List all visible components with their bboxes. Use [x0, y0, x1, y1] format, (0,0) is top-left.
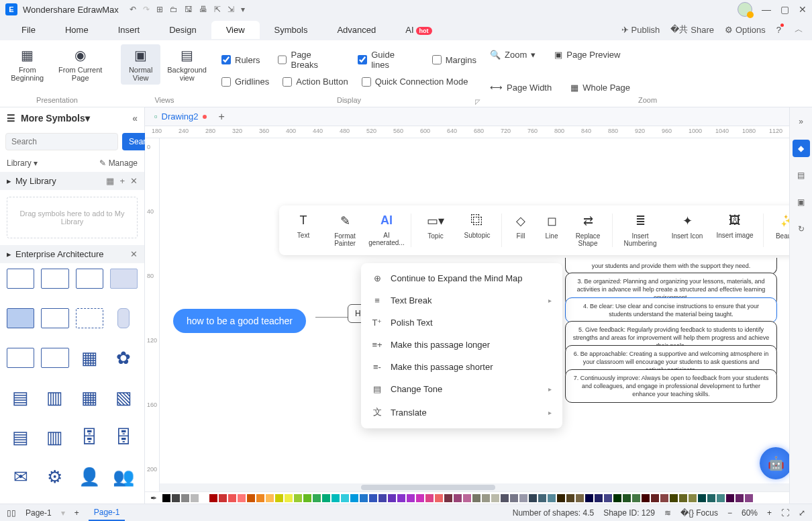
fit-icon[interactable]: ⛶ [781, 508, 789, 518]
shape-item[interactable]: ▤ [7, 427, 34, 447]
color-swatch[interactable] [529, 494, 537, 502]
mylib-close-icon[interactable]: ✕ [130, 176, 138, 186]
ctx-longer[interactable]: ≡+Make this passage longer [361, 334, 562, 356]
shape-item[interactable]: ✿ [110, 348, 138, 368]
color-swatch[interactable] [548, 494, 556, 502]
shape-item[interactable] [110, 269, 138, 289]
menu-file[interactable]: File [7, 21, 50, 39]
shape-item[interactable] [41, 308, 68, 328]
color-swatch[interactable] [181, 494, 189, 502]
color-swatch[interactable] [454, 494, 462, 502]
ft-topic[interactable]: ▭▾Topic [415, 211, 456, 242]
guidelines-check[interactable]: Guide lines [358, 50, 414, 70]
shape-item[interactable] [76, 308, 103, 328]
color-swatch[interactable] [623, 494, 631, 502]
color-swatch[interactable] [332, 494, 340, 502]
ft-beautify[interactable]: ✨Beautify [768, 211, 789, 242]
menu-home[interactable]: Home [50, 21, 103, 39]
display-popout-icon[interactable]: ◸ [475, 98, 480, 105]
color-swatch[interactable] [294, 494, 302, 502]
color-swatch[interactable] [275, 494, 283, 502]
shape-item[interactable]: ▥ [41, 427, 68, 447]
ctx-translate[interactable]: 文Translate▸ [361, 400, 562, 424]
help-icon[interactable]: ? [776, 25, 781, 35]
color-swatch[interactable] [660, 494, 668, 502]
color-swatch[interactable] [435, 494, 443, 502]
color-swatch[interactable] [397, 494, 405, 502]
shape-item[interactable]: 👤 [76, 467, 103, 487]
color-swatch[interactable] [745, 494, 753, 502]
zoom-in-icon[interactable]: + [767, 508, 772, 518]
ea-close-icon[interactable]: ✕ [130, 249, 138, 259]
ctx-text-break[interactable]: ≡Text Break▸ [361, 289, 562, 312]
color-swatch[interactable] [416, 494, 424, 502]
color-swatch[interactable] [613, 494, 621, 502]
ft-text[interactable]: TText [283, 211, 323, 242]
rail-page-icon[interactable]: ▤ [793, 167, 810, 184]
ft-ai[interactable]: AIAI generated... [366, 211, 407, 249]
from-beginning-button[interactable]: ▦From Beginning [7, 44, 48, 85]
color-swatch[interactable] [670, 494, 678, 502]
shape-item[interactable] [117, 308, 130, 328]
hamburger-icon[interactable]: ☰ [7, 113, 15, 124]
color-swatch[interactable] [651, 494, 659, 502]
ea-accordion[interactable]: ▸ Enterprise Architecture✕ [0, 245, 144, 263]
color-swatch[interactable] [491, 494, 499, 502]
shape-item[interactable]: 🗄 [110, 427, 138, 447]
mindmap-branch[interactable]: 7. Continuously improve: Always be open … [565, 369, 777, 403]
rail-history-icon[interactable]: ↻ [793, 220, 810, 238]
color-swatch[interactable] [538, 494, 546, 502]
color-swatch[interactable] [219, 494, 227, 502]
share-button[interactable]: �共 Share [670, 23, 714, 36]
color-swatch[interactable] [482, 494, 490, 502]
menu-view[interactable]: View [211, 21, 260, 39]
color-swatch[interactable] [228, 494, 236, 502]
rail-style-icon[interactable]: ◆ [793, 140, 810, 157]
color-swatch[interactable] [519, 494, 527, 502]
shape-item[interactable]: ▤ [7, 387, 34, 408]
user-avatar[interactable] [738, 2, 752, 17]
color-swatch[interactable] [247, 494, 255, 502]
color-swatch[interactable] [238, 494, 246, 502]
redo-icon[interactable]: ↷ [143, 5, 150, 14]
ft-line[interactable]: ◻Line [537, 211, 566, 242]
color-swatch[interactable] [632, 494, 640, 502]
color-swatch[interactable] [576, 494, 584, 502]
minimize-icon[interactable]: — [762, 4, 771, 15]
more-symbols-label[interactable]: More Symbols▾ [21, 113, 90, 124]
options-button[interactable]: ⚙ Options [725, 25, 766, 35]
page-width-button[interactable]: ⟷ Page Width [490, 83, 552, 93]
more-icon[interactable]: ▾ [241, 5, 245, 14]
color-swatch[interactable] [604, 494, 612, 502]
menu-ai[interactable]: AIhot [391, 21, 446, 39]
library-dropdown[interactable]: Library ▾ [7, 158, 38, 168]
shape-item[interactable] [41, 348, 68, 368]
quickconn-check[interactable]: Quick Connection Mode [362, 77, 468, 87]
collapse-panel-icon[interactable]: « [132, 113, 138, 124]
eyedropper-icon[interactable]: ✒ [150, 493, 157, 503]
mindmap-branch-selected[interactable]: 4. Be clear: Use clear and concise instr… [565, 297, 777, 323]
shape-item[interactable]: ✉ [7, 467, 34, 487]
ft-fill[interactable]: ◇Fill [506, 211, 536, 242]
ctx-tone[interactable]: ▤Change Tone▸ [361, 378, 562, 400]
color-swatch[interactable] [717, 494, 725, 502]
color-swatch[interactable] [313, 494, 321, 502]
maximize-icon[interactable]: ▢ [780, 4, 789, 15]
shape-item[interactable]: ⚙ [41, 467, 68, 487]
color-swatch[interactable] [689, 494, 697, 502]
page-tab[interactable]: Page-1 [89, 505, 125, 521]
mylib-add-icon[interactable]: + [119, 176, 125, 186]
color-swatch[interactable] [566, 494, 574, 502]
page-add-icon[interactable]: + [74, 508, 79, 518]
menu-symbols[interactable]: Symbols [260, 21, 323, 39]
color-swatch[interactable] [209, 494, 217, 502]
color-swatch[interactable] [726, 494, 734, 502]
export-icon[interactable]: ⇱ [214, 5, 221, 14]
ctx-shorter[interactable]: ≡-Make this passage shorter [361, 356, 562, 378]
color-swatch[interactable] [679, 494, 687, 502]
collapse-ribbon-icon[interactable]: ︿ [792, 23, 805, 36]
color-swatch[interactable] [341, 494, 349, 502]
color-swatch[interactable] [378, 494, 387, 502]
page-preview-button[interactable]: ▣ Page Preview [554, 50, 620, 60]
save-icon[interactable]: 🖫 [185, 5, 193, 14]
